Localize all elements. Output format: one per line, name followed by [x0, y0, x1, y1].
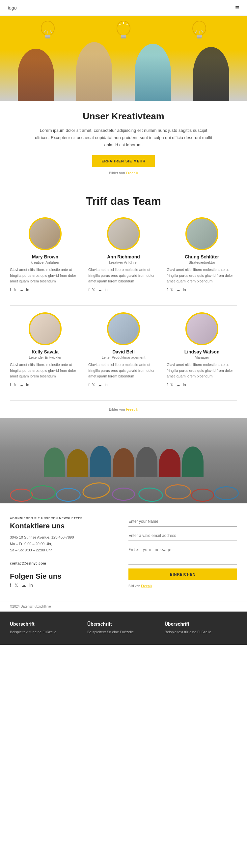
- member-facebook-icon[interactable]: f: [88, 383, 89, 387]
- copyright-bar: ©2024 Datenschutzrichtlinie: [0, 601, 247, 612]
- contact-address: 3045 10 Sunrise Avenue, 123-456-7890 Mo …: [10, 534, 118, 567]
- member-facebook-icon[interactable]: f: [88, 288, 89, 292]
- member-twitter-icon[interactable]: 𝕏: [170, 288, 173, 292]
- member-role: Leiter Produktmanagement: [88, 355, 159, 360]
- contact-info-block: ABONNIEREN SIE UNSEREN NEWSLETTER Kontak…: [10, 517, 118, 588]
- member-instagram-icon[interactable]: ☁: [20, 383, 23, 387]
- member-socials: f 𝕏 ☁ in: [167, 383, 237, 387]
- bulb-icon-3: [190, 19, 209, 43]
- footer-column: Überschrift Beispieltext für eine Fußzei…: [10, 621, 82, 635]
- member-linkedin-icon[interactable]: in: [183, 288, 186, 292]
- hamburger-icon[interactable]: ≡: [235, 4, 239, 11]
- member-photo: [29, 312, 62, 345]
- member-twitter-icon[interactable]: 𝕏: [170, 383, 173, 387]
- member-instagram-icon[interactable]: ☁: [176, 383, 180, 387]
- footer: Überschrift Beispieltext für eine Fußzei…: [0, 612, 247, 645]
- floor-circle-1: [10, 489, 33, 502]
- member-instagram-icon[interactable]: ☁: [98, 288, 102, 292]
- person-1: [18, 49, 54, 101]
- copyright-text: ©2024 Datenschutzrichtlinie: [10, 604, 51, 608]
- svg-rect-2: [46, 37, 50, 38]
- linkedin-icon[interactable]: in: [29, 583, 33, 588]
- member-desc: Glavi amet nitisl libero molestie ante u…: [88, 362, 159, 379]
- member-name: Chung Schlüter: [167, 254, 237, 259]
- freepik-link[interactable]: Freepik: [126, 171, 138, 175]
- navbar: logo ≡: [0, 0, 247, 16]
- member-socials: f 𝕏 ☁ in: [10, 383, 80, 387]
- hero-credit: Bilder von Freepik: [33, 171, 214, 175]
- member-linkedin-icon[interactable]: in: [26, 288, 29, 292]
- footer-heading: Überschrift: [87, 621, 155, 627]
- floor-circle-6: [138, 487, 163, 503]
- twitter-icon[interactable]: 𝕏: [15, 583, 18, 588]
- member-role: kreativer Anführer: [88, 260, 159, 265]
- member-twitter-icon[interactable]: 𝕏: [13, 383, 17, 387]
- member-twitter-icon[interactable]: 𝕏: [13, 288, 17, 292]
- team-section: Triff das Team Mary Brown kreativer Anfü…: [0, 182, 247, 418]
- member-socials: f 𝕏 ☁ in: [10, 288, 80, 292]
- group-photo-section: [0, 418, 247, 503]
- follow-heading: Folgen Sie uns: [10, 572, 118, 581]
- form-freepik-link[interactable]: Freepik: [141, 584, 152, 588]
- member-linkedin-icon[interactable]: in: [183, 383, 186, 387]
- footer-subtext: Beispieltext für eine Fußzeile: [87, 629, 155, 635]
- person-3: [135, 44, 171, 101]
- group-person-4: [113, 448, 134, 477]
- group-person-2: [67, 449, 88, 477]
- footer-subtext: Beispieltext für eine Fußzeile: [165, 629, 232, 635]
- member-linkedin-icon[interactable]: in: [104, 383, 107, 387]
- member-desc: Glavi amet nitisl libero molestie ante u…: [10, 362, 80, 379]
- member-photo: [107, 312, 140, 345]
- member-facebook-icon[interactable]: f: [167, 288, 168, 292]
- instagram-icon[interactable]: ☁: [21, 583, 26, 588]
- member-photo: [185, 217, 218, 250]
- floor-circle-2: [30, 485, 56, 500]
- team-member: Chung Schlüter Strategiedirektor Glavi a…: [167, 217, 237, 292]
- member-desc: Glavi amet nitisl libero molestie ante u…: [88, 267, 159, 284]
- floor-circle-7: [165, 484, 191, 499]
- contact-section: ABONNIEREN SIE UNSEREN NEWSLETTER Kontak…: [0, 503, 247, 601]
- footer-heading: Überschrift: [165, 621, 232, 627]
- person-2: [76, 42, 112, 101]
- footer-column: Überschrift Beispieltext für eine Fußzei…: [160, 621, 237, 635]
- email-input[interactable]: [129, 531, 237, 541]
- name-input[interactable]: [129, 517, 237, 527]
- form-credit: Bild von Freepik: [129, 584, 237, 588]
- member-facebook-icon[interactable]: f: [10, 383, 11, 387]
- svg-rect-14: [197, 37, 201, 38]
- member-facebook-icon[interactable]: f: [167, 383, 168, 387]
- person-4: [193, 47, 229, 101]
- logo: logo: [8, 5, 17, 10]
- newsletter-label: ABONNIEREN SIE UNSEREN NEWSLETTER: [10, 517, 118, 520]
- member-instagram-icon[interactable]: ☁: [98, 383, 102, 387]
- hero-text-section: Unser Kreativteam Lorem ipsum dolor sit …: [0, 101, 247, 182]
- learn-more-button[interactable]: ERFAHREN SIE MEHR: [92, 155, 155, 167]
- member-linkedin-icon[interactable]: in: [104, 288, 107, 292]
- member-twitter-icon[interactable]: 𝕏: [92, 288, 95, 292]
- submit-button[interactable]: EINREICHEN: [129, 568, 237, 580]
- group-person-3: [90, 446, 111, 477]
- team-member: Kelly Savala Leitender Entwickler Glavi …: [10, 312, 80, 387]
- contact-email: contact@esInyc.com: [10, 561, 46, 565]
- group-person-6: [159, 449, 181, 477]
- team-member: Mary Brown kreativer Anführer Glavi amet…: [10, 217, 80, 292]
- member-socials: f 𝕏 ☁ in: [88, 288, 159, 292]
- member-twitter-icon[interactable]: 𝕏: [92, 383, 95, 387]
- member-facebook-icon[interactable]: f: [10, 288, 11, 292]
- group-person-5: [136, 447, 158, 477]
- member-role: Leitender Entwickler: [10, 355, 80, 360]
- footer-heading: Überschrift: [10, 621, 77, 627]
- floor-circle-8: [191, 489, 214, 502]
- member-instagram-icon[interactable]: ☁: [176, 288, 180, 292]
- team-freepik-link[interactable]: Freepik: [126, 407, 138, 411]
- hero-description: Lorem ipsum dolor sit amet, consectetur …: [33, 127, 214, 149]
- member-socials: f 𝕏 ☁ in: [167, 288, 237, 292]
- member-role: Strategiedirektor: [167, 260, 237, 265]
- floor-circle-4: [81, 480, 111, 501]
- facebook-icon[interactable]: f: [10, 583, 11, 588]
- svg-rect-8: [121, 37, 126, 38]
- member-linkedin-icon[interactable]: in: [26, 383, 29, 387]
- message-input[interactable]: [129, 545, 237, 564]
- member-instagram-icon[interactable]: ☁: [20, 288, 23, 292]
- member-name: Lindsay Watson: [167, 349, 237, 354]
